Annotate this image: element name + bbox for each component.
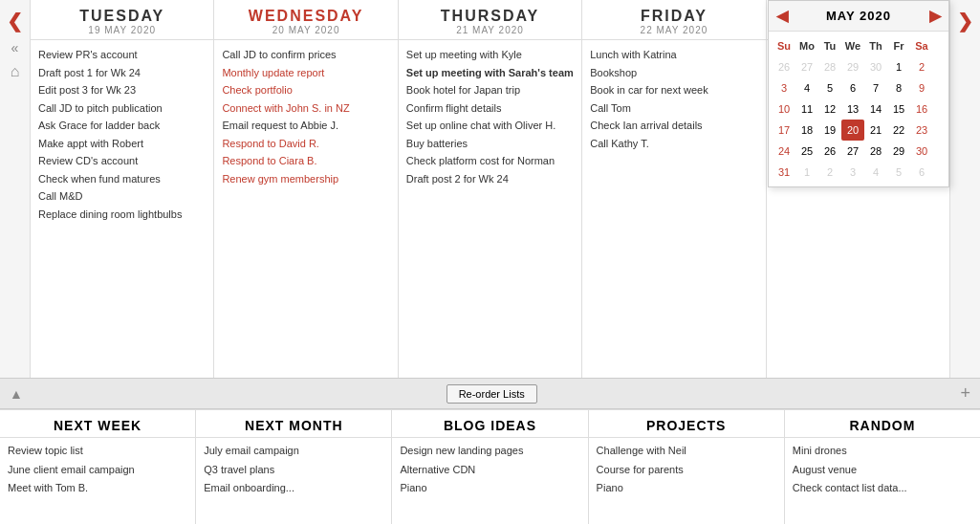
- mini-cal-day-cell[interactable]: 3: [773, 77, 795, 98]
- task-item[interactable]: Check Ian arrival details: [590, 117, 757, 135]
- list-task-item[interactable]: Q3 travel plans: [204, 461, 383, 480]
- mini-cal-day-cell[interactable]: 1: [795, 162, 818, 183]
- list-header: PROJECTS: [589, 410, 784, 438]
- mini-cal-day-cell[interactable]: 24: [773, 141, 795, 162]
- task-item[interactable]: Call Kathy T.: [590, 135, 757, 153]
- mini-cal-day-cell[interactable]: 29: [887, 141, 910, 162]
- mini-cal-day-cell[interactable]: 6: [841, 77, 864, 98]
- task-item[interactable]: Review CD's account: [38, 152, 206, 170]
- mini-cal-day-cell[interactable]: 30: [864, 56, 887, 77]
- mini-cal-day-cell[interactable]: 20: [841, 120, 864, 141]
- mini-cal-day-cell[interactable]: 6: [910, 162, 933, 183]
- toolbar-right[interactable]: +: [960, 383, 970, 404]
- mini-cal-day-cell[interactable]: 25: [795, 141, 818, 162]
- mini-cal-day-cell[interactable]: 7: [864, 77, 887, 98]
- mini-cal-day-cell[interactable]: 12: [818, 98, 841, 120]
- task-item[interactable]: Draft post 2 for Wk 24: [406, 170, 574, 188]
- mini-cal-day-cell[interactable]: 15: [887, 98, 910, 120]
- task-item[interactable]: Lunch with Katrina: [590, 46, 757, 64]
- task-item[interactable]: Respond to Ciara B.: [222, 152, 389, 170]
- task-item[interactable]: Call JD to pitch publication: [38, 99, 206, 118]
- toolbar-left[interactable]: ▲: [10, 386, 23, 402]
- task-item[interactable]: Call M&D: [38, 187, 206, 206]
- task-item[interactable]: Renew gym membership: [222, 170, 389, 188]
- task-item[interactable]: Buy batteries: [406, 135, 574, 153]
- mini-cal-day-cell[interactable]: 17: [773, 120, 795, 141]
- list-task-item[interactable]: Course for parents: [597, 461, 776, 480]
- task-item[interactable]: Set up meeting with Sarah's team: [406, 64, 574, 82]
- mini-cal-day-cell[interactable]: 26: [818, 141, 841, 162]
- mini-cal-day-cell[interactable]: 4: [795, 77, 818, 98]
- task-item[interactable]: Bookshop: [590, 64, 757, 82]
- mini-cal-day-cell[interactable]: 27: [841, 141, 864, 162]
- next-arrow[interactable]: ❯: [957, 10, 973, 33]
- mini-cal-day-cell[interactable]: 21: [864, 120, 887, 141]
- task-item[interactable]: Email request to Abbie J.: [222, 117, 389, 135]
- double-prev-arrow[interactable]: «: [11, 40, 19, 55]
- task-item[interactable]: Review PR's account: [38, 46, 206, 64]
- task-item[interactable]: Check when fund matures: [38, 170, 206, 188]
- list-task-item[interactable]: Email onboarding...: [204, 479, 383, 498]
- mini-cal-day-cell[interactable]: 29: [841, 56, 864, 77]
- task-item[interactable]: Book in car for next week: [590, 81, 757, 99]
- mini-cal-day-cell[interactable]: 2: [818, 162, 841, 183]
- task-item[interactable]: Draft post 1 for Wk 24: [38, 64, 206, 82]
- mini-cal-day-cell[interactable]: 10: [773, 98, 795, 120]
- list-task-item[interactable]: Meet with Tom B.: [8, 479, 187, 498]
- mini-cal-day-cell[interactable]: 28: [864, 141, 887, 162]
- list-task-item[interactable]: Challenge with Neil: [597, 442, 776, 461]
- mini-cal-day-cell[interactable]: 26: [773, 56, 795, 77]
- mini-cal-day-cell[interactable]: 23: [910, 120, 933, 141]
- reorder-button[interactable]: Re-order Lists: [446, 384, 537, 404]
- task-item[interactable]: Call JD to confirm prices: [222, 46, 389, 64]
- task-item[interactable]: Make appt with Robert: [38, 135, 206, 153]
- task-item[interactable]: Check platform cost for Norman: [406, 152, 574, 170]
- mini-cal-day-cell[interactable]: 27: [795, 56, 818, 77]
- mini-cal-day-cell[interactable]: 8: [887, 77, 910, 98]
- mini-cal-day-cell[interactable]: 28: [818, 56, 841, 77]
- mini-cal-day-cell[interactable]: 3: [841, 162, 864, 183]
- list-task-item[interactable]: Design new landing pages: [400, 442, 579, 461]
- list-task-item[interactable]: Alternative CDN: [400, 461, 579, 480]
- mini-cal-day-cell[interactable]: 18: [795, 120, 818, 141]
- mini-cal-day-cell[interactable]: 16: [910, 98, 933, 120]
- add-icon[interactable]: +: [960, 383, 970, 403]
- home-icon[interactable]: ⌂: [11, 63, 20, 80]
- mini-cal-prev[interactable]: ◀: [776, 7, 788, 25]
- list-task-item[interactable]: Review topic list: [8, 442, 187, 461]
- task-item[interactable]: Confirm flight details: [406, 99, 574, 118]
- mini-cal-day-cell[interactable]: 5: [887, 162, 910, 183]
- mini-cal-next[interactable]: ▶: [929, 7, 941, 25]
- list-task-item[interactable]: Check contact list data...: [793, 479, 972, 498]
- task-item[interactable]: Respond to David R.: [222, 135, 389, 153]
- list-task-item[interactable]: Mini drones: [793, 442, 972, 461]
- mini-cal-day-cell[interactable]: 4: [864, 162, 887, 183]
- task-item[interactable]: Monthly update report: [222, 64, 389, 82]
- mini-cal-day-cell[interactable]: 30: [910, 141, 933, 162]
- mini-cal-day-cell[interactable]: 11: [795, 98, 818, 120]
- mini-cal-day-cell[interactable]: 2: [910, 56, 933, 77]
- task-item[interactable]: Book hotel for Japan trip: [406, 81, 574, 99]
- mini-cal-day-cell[interactable]: 22: [887, 120, 910, 141]
- task-item[interactable]: Call Tom: [590, 99, 757, 118]
- task-item[interactable]: Replace dining room lightbulbs: [38, 206, 206, 224]
- mini-cal-day-cell[interactable]: 19: [818, 120, 841, 141]
- task-item[interactable]: Ask Grace for ladder back: [38, 117, 206, 135]
- mini-cal-day-cell[interactable]: 5: [818, 77, 841, 98]
- mini-cal-day-cell[interactable]: 14: [864, 98, 887, 120]
- mini-cal-day-cell[interactable]: 1: [887, 56, 910, 77]
- task-item[interactable]: Check portfolio: [222, 81, 389, 99]
- list-task-item[interactable]: August venue: [793, 461, 972, 480]
- mini-cal-day-cell[interactable]: 31: [773, 162, 795, 183]
- list-task-item[interactable]: June client email campaign: [8, 461, 187, 480]
- list-task-item[interactable]: July email campaign: [204, 442, 383, 461]
- list-task-item[interactable]: Piano: [400, 479, 579, 498]
- task-item[interactable]: Set up meeting with Kyle: [406, 46, 574, 64]
- task-item[interactable]: Set up online chat with Oliver H.: [406, 117, 574, 135]
- task-item[interactable]: Edit post 3 for Wk 23: [38, 81, 206, 99]
- task-item[interactable]: Connect with John S. in NZ: [222, 99, 389, 118]
- mini-cal-day-cell[interactable]: 9: [910, 77, 933, 98]
- prev-arrow[interactable]: ❮: [7, 10, 23, 33]
- list-task-item[interactable]: Piano: [597, 479, 776, 498]
- mini-cal-day-cell[interactable]: 13: [841, 98, 864, 120]
